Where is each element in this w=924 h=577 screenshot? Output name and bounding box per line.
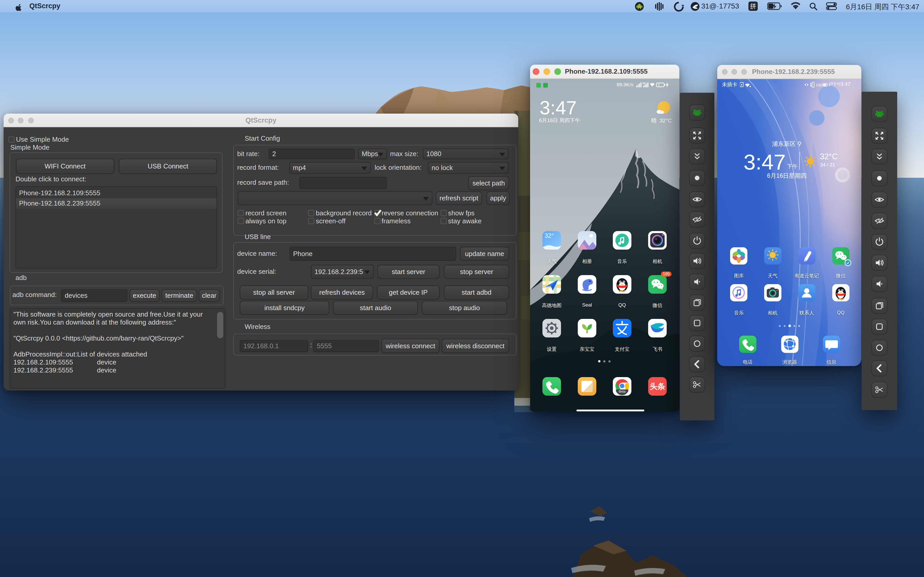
svg-text:HD: HD	[643, 82, 646, 84]
svg-text:5: 5	[658, 83, 660, 87]
svg-text:Beta: Beta	[619, 390, 626, 393]
svg-text:100: 100	[816, 83, 822, 87]
